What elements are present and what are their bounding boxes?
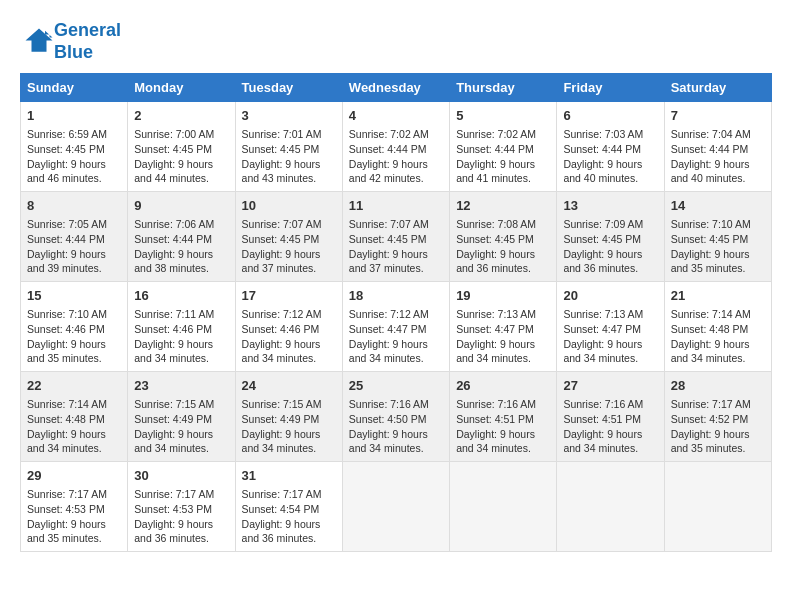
day-number: 15	[27, 287, 121, 305]
daylight: Daylight: 9 hours and 37 minutes.	[242, 248, 321, 275]
logo-text: General Blue	[54, 20, 121, 63]
daylight: Daylight: 9 hours and 46 minutes.	[27, 158, 106, 185]
daylight: Daylight: 9 hours and 34 minutes.	[134, 338, 213, 365]
sunrise: Sunrise: 6:59 AM	[27, 128, 107, 140]
calendar-cell: 12Sunrise: 7:08 AMSunset: 4:45 PMDayligh…	[450, 192, 557, 282]
page-header: General Blue	[20, 20, 772, 63]
sunset: Sunset: 4:50 PM	[349, 413, 427, 425]
sunrise: Sunrise: 7:06 AM	[134, 218, 214, 230]
calendar-cell: 14Sunrise: 7:10 AMSunset: 4:45 PMDayligh…	[664, 192, 771, 282]
sunrise: Sunrise: 7:01 AM	[242, 128, 322, 140]
calendar-cell: 5Sunrise: 7:02 AMSunset: 4:44 PMDaylight…	[450, 102, 557, 192]
sunrise: Sunrise: 7:10 AM	[671, 218, 751, 230]
sunset: Sunset: 4:45 PM	[349, 233, 427, 245]
sunrise: Sunrise: 7:12 AM	[349, 308, 429, 320]
sunrise: Sunrise: 7:05 AM	[27, 218, 107, 230]
calendar-week-row: 29Sunrise: 7:17 AMSunset: 4:53 PMDayligh…	[21, 461, 772, 551]
sunrise: Sunrise: 7:15 AM	[134, 398, 214, 410]
calendar-cell: 19Sunrise: 7:13 AMSunset: 4:47 PMDayligh…	[450, 282, 557, 372]
sunrise: Sunrise: 7:13 AM	[456, 308, 536, 320]
daylight: Daylight: 9 hours and 35 minutes.	[27, 338, 106, 365]
calendar-week-row: 15Sunrise: 7:10 AMSunset: 4:46 PMDayligh…	[21, 282, 772, 372]
weekday-header-thursday: Thursday	[450, 74, 557, 102]
day-number: 25	[349, 377, 443, 395]
sunset: Sunset: 4:45 PM	[134, 143, 212, 155]
calendar-cell: 15Sunrise: 7:10 AMSunset: 4:46 PMDayligh…	[21, 282, 128, 372]
calendar-cell: 4Sunrise: 7:02 AMSunset: 4:44 PMDaylight…	[342, 102, 449, 192]
calendar-cell: 20Sunrise: 7:13 AMSunset: 4:47 PMDayligh…	[557, 282, 664, 372]
sunrise: Sunrise: 7:16 AM	[456, 398, 536, 410]
sunrise: Sunrise: 7:17 AM	[242, 488, 322, 500]
day-number: 6	[563, 107, 657, 125]
calendar-cell: 8Sunrise: 7:05 AMSunset: 4:44 PMDaylight…	[21, 192, 128, 282]
day-number: 18	[349, 287, 443, 305]
sunrise: Sunrise: 7:09 AM	[563, 218, 643, 230]
sunrise: Sunrise: 7:04 AM	[671, 128, 751, 140]
sunset: Sunset: 4:44 PM	[671, 143, 749, 155]
weekday-header-saturday: Saturday	[664, 74, 771, 102]
sunset: Sunset: 4:51 PM	[456, 413, 534, 425]
daylight: Daylight: 9 hours and 35 minutes.	[671, 428, 750, 455]
daylight: Daylight: 9 hours and 34 minutes.	[563, 338, 642, 365]
day-number: 20	[563, 287, 657, 305]
calendar-cell	[342, 461, 449, 551]
day-number: 12	[456, 197, 550, 215]
daylight: Daylight: 9 hours and 34 minutes.	[349, 338, 428, 365]
sunset: Sunset: 4:48 PM	[671, 323, 749, 335]
calendar-week-row: 22Sunrise: 7:14 AMSunset: 4:48 PMDayligh…	[21, 372, 772, 462]
sunrise: Sunrise: 7:02 AM	[349, 128, 429, 140]
calendar-cell: 31Sunrise: 7:17 AMSunset: 4:54 PMDayligh…	[235, 461, 342, 551]
sunset: Sunset: 4:45 PM	[456, 233, 534, 245]
day-number: 3	[242, 107, 336, 125]
day-number: 4	[349, 107, 443, 125]
sunset: Sunset: 4:53 PM	[27, 503, 105, 515]
calendar-cell: 2Sunrise: 7:00 AMSunset: 4:45 PMDaylight…	[128, 102, 235, 192]
calendar-cell	[450, 461, 557, 551]
sunrise: Sunrise: 7:16 AM	[563, 398, 643, 410]
calendar-cell: 16Sunrise: 7:11 AMSunset: 4:46 PMDayligh…	[128, 282, 235, 372]
calendar-cell: 29Sunrise: 7:17 AMSunset: 4:53 PMDayligh…	[21, 461, 128, 551]
sunset: Sunset: 4:44 PM	[27, 233, 105, 245]
sunset: Sunset: 4:53 PM	[134, 503, 212, 515]
sunrise: Sunrise: 7:02 AM	[456, 128, 536, 140]
calendar-cell: 3Sunrise: 7:01 AMSunset: 4:45 PMDaylight…	[235, 102, 342, 192]
daylight: Daylight: 9 hours and 34 minutes.	[563, 428, 642, 455]
day-number: 5	[456, 107, 550, 125]
sunrise: Sunrise: 7:15 AM	[242, 398, 322, 410]
daylight: Daylight: 9 hours and 36 minutes.	[456, 248, 535, 275]
daylight: Daylight: 9 hours and 34 minutes.	[671, 338, 750, 365]
sunset: Sunset: 4:44 PM	[456, 143, 534, 155]
daylight: Daylight: 9 hours and 34 minutes.	[242, 338, 321, 365]
sunrise: Sunrise: 7:08 AM	[456, 218, 536, 230]
calendar-cell: 6Sunrise: 7:03 AMSunset: 4:44 PMDaylight…	[557, 102, 664, 192]
daylight: Daylight: 9 hours and 44 minutes.	[134, 158, 213, 185]
sunset: Sunset: 4:45 PM	[27, 143, 105, 155]
daylight: Daylight: 9 hours and 37 minutes.	[349, 248, 428, 275]
calendar-cell: 9Sunrise: 7:06 AMSunset: 4:44 PMDaylight…	[128, 192, 235, 282]
day-number: 31	[242, 467, 336, 485]
calendar-cell: 28Sunrise: 7:17 AMSunset: 4:52 PMDayligh…	[664, 372, 771, 462]
day-number: 30	[134, 467, 228, 485]
sunrise: Sunrise: 7:03 AM	[563, 128, 643, 140]
daylight: Daylight: 9 hours and 39 minutes.	[27, 248, 106, 275]
sunset: Sunset: 4:52 PM	[671, 413, 749, 425]
sunset: Sunset: 4:47 PM	[349, 323, 427, 335]
daylight: Daylight: 9 hours and 34 minutes.	[242, 428, 321, 455]
sunrise: Sunrise: 7:17 AM	[134, 488, 214, 500]
sunrise: Sunrise: 7:07 AM	[242, 218, 322, 230]
calendar-cell: 22Sunrise: 7:14 AMSunset: 4:48 PMDayligh…	[21, 372, 128, 462]
sunset: Sunset: 4:44 PM	[563, 143, 641, 155]
calendar-cell: 23Sunrise: 7:15 AMSunset: 4:49 PMDayligh…	[128, 372, 235, 462]
day-number: 26	[456, 377, 550, 395]
sunrise: Sunrise: 7:10 AM	[27, 308, 107, 320]
calendar-cell: 7Sunrise: 7:04 AMSunset: 4:44 PMDaylight…	[664, 102, 771, 192]
sunset: Sunset: 4:45 PM	[563, 233, 641, 245]
day-number: 16	[134, 287, 228, 305]
day-number: 17	[242, 287, 336, 305]
sunrise: Sunrise: 7:00 AM	[134, 128, 214, 140]
sunrise: Sunrise: 7:14 AM	[671, 308, 751, 320]
calendar-cell	[664, 461, 771, 551]
daylight: Daylight: 9 hours and 40 minutes.	[563, 158, 642, 185]
sunset: Sunset: 4:44 PM	[349, 143, 427, 155]
calendar-cell: 18Sunrise: 7:12 AMSunset: 4:47 PMDayligh…	[342, 282, 449, 372]
